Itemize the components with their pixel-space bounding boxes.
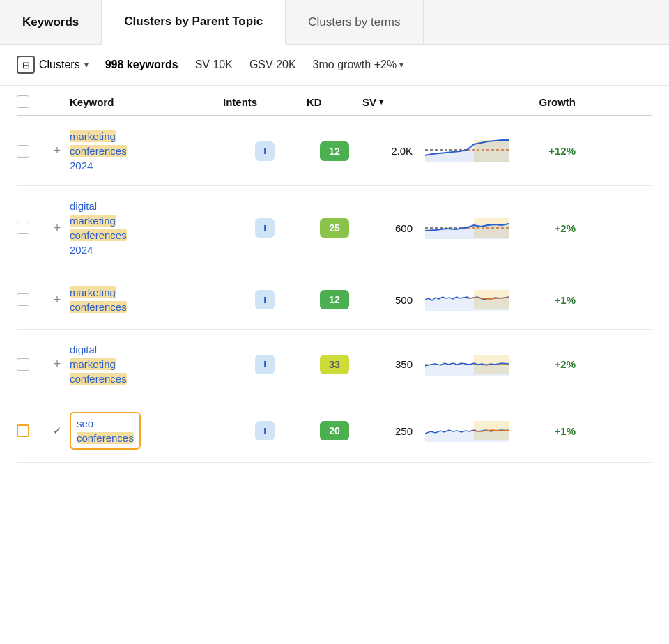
row2-checkbox[interactable] (17, 222, 45, 234)
row4-sv: 350 (362, 358, 418, 370)
row3-intent: I (255, 290, 275, 309)
row3-add-button[interactable]: + (45, 293, 70, 307)
row1-add-button[interactable]: + (45, 144, 70, 158)
tab-bar: Keywords Clusters by Parent Topic Cluste… (0, 0, 669, 45)
row4-sparkline (418, 348, 516, 381)
row5-checkbox[interactable] (17, 424, 45, 437)
row5-sparkline (418, 414, 516, 447)
cluster-icon: ⊟ (17, 56, 35, 74)
row3-growth: +1% (516, 294, 578, 306)
row5-intent: I (255, 421, 275, 440)
row3-keyword[interactable]: marketing conferences (70, 285, 223, 314)
row4-growth: +2% (516, 358, 578, 370)
row2-intent: I (255, 218, 275, 238)
table-row: + marketing conferences 2024 I 12 2.0K (17, 116, 652, 186)
row4-keyword[interactable]: digital marketing conferences (70, 342, 223, 386)
table-row: + digital marketing conferences 2024 I 2… (17, 186, 652, 270)
svg-marker-9 (425, 297, 509, 311)
clusters-chevron-icon: ▾ (84, 60, 89, 70)
row2-kd: 25 (320, 218, 349, 238)
growth-filter[interactable]: 3mo growth +2% ▾ (313, 59, 404, 71)
row2-keyword[interactable]: digital marketing conferences 2024 (70, 199, 223, 257)
svg-marker-7 (425, 224, 509, 239)
row3-sv: 500 (362, 294, 418, 306)
row3-sparkline (418, 283, 516, 316)
sv-filter[interactable]: SV 10K (195, 59, 233, 71)
row4-kd: 33 (320, 355, 349, 374)
keywords-count: 998 keywords (105, 59, 178, 71)
row1-sparkline (418, 135, 516, 168)
table-row: + marketing conferences I 12 500 +1% (17, 270, 652, 330)
row4-add-button[interactable]: + (45, 357, 70, 371)
col-intents: Intents (223, 96, 307, 108)
growth-chevron-icon: ▾ (399, 60, 403, 70)
tab-clusters-terms[interactable]: Clusters by terms (286, 0, 423, 44)
row5-check-icon: ✓ (45, 424, 70, 437)
row5-kd: 20 (320, 421, 349, 440)
col-growth: Growth (516, 96, 578, 108)
row1-sv: 2.0K (362, 145, 418, 157)
col-sv[interactable]: SV ▾ (362, 96, 418, 108)
table-header: Keyword Intents KD SV ▾ Growth (17, 86, 652, 116)
row5-keyword[interactable]: seoconferences (70, 412, 223, 450)
row4-intent: I (255, 355, 275, 374)
table-container: Keyword Intents KD SV ▾ Growth + marketi… (0, 86, 669, 463)
gsv-filter[interactable]: GSV 20K (249, 59, 296, 71)
row1-kd: 12 (320, 141, 349, 161)
row2-growth: +2% (516, 222, 578, 234)
table-row: + digital marketing conferences I 33 350… (17, 330, 652, 399)
table-row: ✓ seoconferences I 20 250 +1% (17, 399, 652, 463)
toolbar: ⊟ Clusters ▾ 998 keywords SV 10K GSV 20K… (0, 45, 669, 86)
clusters-dropdown[interactable]: ⊟ Clusters ▾ (17, 56, 89, 74)
select-all-checkbox[interactable] (17, 95, 45, 108)
tab-clusters-parent[interactable]: Clusters by Parent Topic (102, 0, 286, 45)
svg-marker-13 (425, 363, 509, 376)
svg-marker-3 (425, 140, 509, 162)
row2-add-button[interactable]: + (45, 221, 70, 236)
row1-keyword[interactable]: marketing conferences 2024 (70, 129, 223, 173)
header-checkbox[interactable] (17, 95, 29, 108)
row2-sparkline (418, 211, 516, 245)
row2-sv: 600 (362, 222, 418, 234)
sort-arrow-icon: ▾ (379, 97, 383, 107)
row5-sv: 250 (362, 425, 418, 437)
row3-checkbox[interactable] (17, 293, 45, 306)
tab-keywords[interactable]: Keywords (0, 0, 102, 44)
row4-checkbox[interactable] (17, 358, 45, 371)
row3-kd: 12 (320, 290, 349, 309)
col-kd: KD (307, 96, 362, 108)
row5-growth: +1% (516, 425, 578, 437)
row1-checkbox[interactable] (17, 145, 45, 158)
row1-growth: +12% (516, 145, 578, 157)
col-keyword: Keyword (70, 96, 223, 108)
row1-intent: I (255, 141, 275, 161)
